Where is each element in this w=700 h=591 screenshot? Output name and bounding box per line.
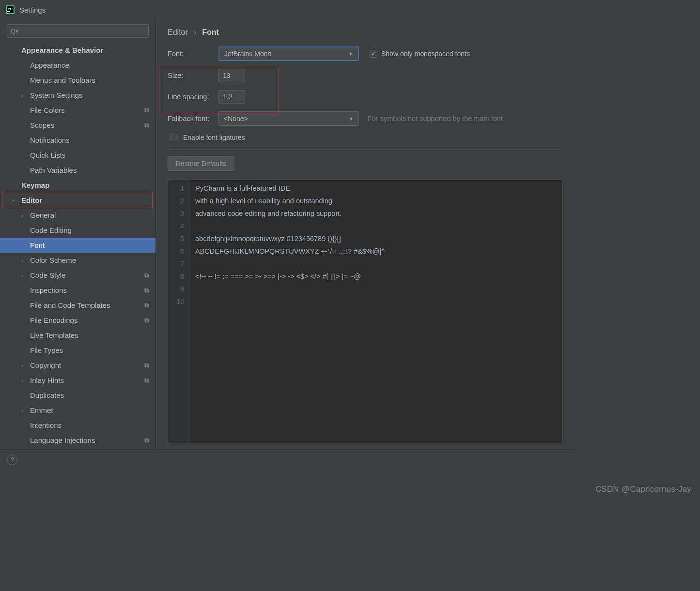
scope-icon: ⧉ — [144, 121, 149, 129]
scope-icon: ⧉ — [144, 317, 149, 324]
size-input[interactable] — [218, 69, 245, 82]
tree-item-path-variables[interactable]: Path Variables — [0, 163, 156, 178]
editor-gutter: 12345678910 — [168, 180, 189, 443]
tree-item-label: Language Injections — [30, 436, 95, 444]
tree-item-label: System Settings — [30, 91, 82, 99]
tree-item-scopes[interactable]: Scopes⧉ — [0, 118, 156, 133]
breadcrumb-editor[interactable]: Editor — [168, 28, 188, 37]
tree-item-label: Editor — [21, 196, 42, 204]
tree-item-language-injections[interactable]: Language Injections⧉ — [0, 433, 156, 448]
ligatures-checkbox[interactable] — [171, 134, 178, 141]
tree-item-label: Emmet — [30, 406, 53, 414]
line-number: 2 — [168, 195, 189, 207]
tree-item-label: Duplicates — [30, 391, 64, 399]
line-number: 9 — [168, 283, 189, 295]
scope-icon: ⧉ — [144, 437, 149, 444]
tree-item-label: Live Templates — [30, 331, 78, 339]
tree-item-label: File Colors — [30, 106, 65, 114]
scope-icon: ⧉ — [144, 302, 149, 309]
chevron-down-icon: ▼ — [348, 51, 353, 57]
tree-item-menus-and-toolbars[interactable]: Menus and Toolbars — [0, 73, 156, 88]
tree-item-emmet[interactable]: ›Emmet — [0, 403, 156, 418]
scope-icon: ⧉ — [144, 377, 149, 384]
font-preview-editor: 12345678910 PyCharm is a full-featured I… — [168, 180, 562, 443]
help-icon[interactable]: ? — [7, 455, 17, 465]
settings-sidebar: Q▾ Appearance & BehaviorAppearanceMenus … — [0, 19, 156, 449]
tree-item-font[interactable]: Font — [0, 238, 156, 253]
tree-item-label: Keymap — [21, 181, 49, 189]
tree-item-color-scheme[interactable]: ›Color Scheme — [0, 253, 156, 268]
font-value: JetBrains Mono — [224, 50, 271, 58]
tree-item-label: File Encodings — [30, 316, 78, 324]
tree-item-label: Intentions — [30, 421, 62, 429]
tree-item-file-types[interactable]: File Types — [0, 343, 156, 358]
tree-item-appearance[interactable]: Appearance — [0, 58, 156, 73]
tree-item-spelling[interactable]: Spelling⧉ — [0, 448, 156, 449]
scope-icon: ⧉ — [144, 106, 149, 114]
tree-item-inspections[interactable]: Inspections⧉ — [0, 283, 156, 298]
breadcrumb: Editor › Font — [168, 28, 562, 37]
line-number: 3 — [168, 207, 189, 220]
fallback-hint: For symbols not supported by the main fo… — [368, 115, 503, 122]
search-icon: Q▾ — [11, 28, 19, 35]
scope-icon: ⧉ — [144, 362, 149, 369]
tree-item-file-encodings[interactable]: File Encodings⧉ — [0, 313, 156, 328]
divider — [168, 149, 562, 150]
tree-item-label: Color Scheme — [30, 256, 76, 264]
main-panel: Editor › Font Font: JetBrains Mono ▼ Sho… — [156, 19, 574, 449]
font-form: Font: JetBrains Mono ▼ Show only monospa… — [168, 46, 562, 171]
tree-item-live-templates[interactable]: Live Templates — [0, 328, 156, 343]
tree-item-label: General — [30, 211, 56, 219]
line-number: 4 — [168, 220, 189, 232]
tree-item-duplicates[interactable]: Duplicates — [0, 388, 156, 403]
chevron-down-icon: ▼ — [349, 116, 354, 121]
tree-item-code-style[interactable]: ›Code Style⧉ — [0, 268, 156, 283]
svg-rect-2 — [7, 11, 10, 12]
tree-item-intentions[interactable]: Intentions — [0, 418, 156, 433]
restore-defaults-button[interactable]: Restore Defaults — [168, 156, 234, 171]
tree-item-general[interactable]: ›General — [0, 208, 156, 223]
chevron-right-icon: › — [21, 258, 23, 263]
settings-tree[interactable]: Appearance & BehaviorAppearanceMenus and… — [0, 41, 156, 449]
titlebar: PC Settings — [0, 0, 574, 19]
tree-item-label: Notifications — [30, 136, 70, 144]
tree-item-file-and-code-templates[interactable]: File and Code Templates⧉ — [0, 298, 156, 313]
tree-item-label: Appearance & Behavior — [21, 46, 103, 54]
tree-item-copyright[interactable]: ›Copyright⧉ — [0, 358, 156, 373]
breadcrumb-font: Font — [202, 28, 219, 37]
tree-item-label: Inlay Hints — [30, 376, 64, 384]
tree-item-label: Scopes — [30, 121, 54, 129]
line-number: 7 — [168, 258, 189, 270]
fallback-dropdown[interactable]: <None> ▼ — [218, 111, 359, 126]
tree-item-system-settings[interactable]: ›System Settings — [0, 88, 156, 103]
tree-item-code-editing[interactable]: Code Editing — [0, 223, 156, 238]
tree-item-keymap[interactable]: Keymap — [0, 178, 156, 193]
tree-item-file-colors[interactable]: File Colors⧉ — [0, 103, 156, 118]
tree-item-appearance-behavior[interactable]: Appearance & Behavior — [0, 43, 156, 58]
line-number: 10 — [168, 295, 189, 308]
window-title: Settings — [19, 6, 46, 14]
tree-item-label: Font — [30, 241, 45, 249]
scope-icon: ⧉ — [144, 272, 149, 279]
tree-item-label: Code Editing — [30, 226, 72, 234]
fallback-label: Fallback font: — [168, 115, 218, 122]
scope-icon: ⧉ — [144, 287, 149, 294]
line-number: 1 — [168, 182, 189, 195]
tree-item-quick-lists[interactable]: Quick Lists — [0, 148, 156, 163]
chevron-right-icon: › — [21, 273, 23, 278]
line-number: 5 — [168, 232, 189, 245]
monospaced-label: Show only monospaced fonts — [381, 50, 470, 58]
editor-code: PyCharm is a full-featured IDE with a hi… — [189, 180, 562, 443]
tree-item-label: Menus and Toolbars — [30, 76, 95, 84]
spacing-input[interactable] — [218, 90, 245, 104]
tree-item-editor[interactable]: ⌄Editor — [0, 193, 156, 208]
chevron-right-icon: › — [21, 212, 23, 218]
tree-item-inlay-hints[interactable]: ›Inlay Hints⧉ — [0, 373, 156, 388]
font-dropdown[interactable]: JetBrains Mono ▼ — [218, 46, 359, 61]
monospaced-checkbox[interactable] — [370, 50, 377, 58]
tree-item-label: File Types — [30, 346, 63, 354]
chevron-right-icon: › — [21, 408, 23, 413]
chevron-right-icon: ⌄ — [12, 198, 17, 202]
tree-item-notifications[interactable]: Notifications — [0, 133, 156, 148]
search-input[interactable] — [7, 24, 149, 38]
